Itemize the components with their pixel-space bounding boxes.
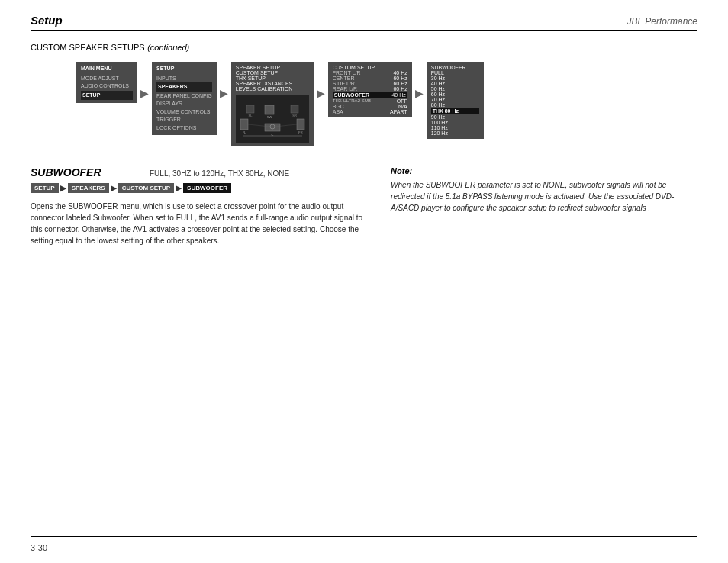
sub-freq-full: FULL	[431, 70, 479, 76]
svg-rect-1	[240, 119, 248, 130]
menu-sub-title: SUBWOOFER	[431, 65, 479, 70]
left-content: SUBWOOFER FULL, 30HZ to 120Hz, THX 80Hz,…	[31, 166, 368, 246]
menu-subwoofer-freq: SUBWOOFER FULL 30 Hz 40 Hz 50 Hz 60 Hz 7…	[427, 62, 484, 139]
svg-rect-9	[246, 105, 254, 113]
sub-freq-110: 110 Hz	[431, 125, 479, 130]
breadcrumb-subwoofer[interactable]: SUBWOOFER	[183, 183, 231, 193]
arrow-2: ▶	[217, 87, 231, 99]
speaker-diagram: FL FR C SW SL SR	[236, 95, 309, 143]
sub-freq-70: 70 Hz	[431, 97, 479, 102]
svg-rect-3	[297, 119, 304, 130]
menu-speaker-item-2: THX SETUP	[236, 76, 309, 81]
breadcrumb: SETUP ▶ SPEAKERS ▶ CUSTOM SETUP ▶ SUBWOO…	[31, 183, 368, 193]
menu-diagram: MAIN MENU MODE ADJUST AUDIO CONTROLS SET…	[76, 62, 697, 146]
menu-speaker-title: SPEAKER SETUP	[236, 65, 309, 70]
sub-freq-50: 50 Hz	[431, 86, 479, 92]
header-brand: JBL Performance	[627, 16, 698, 27]
menu-speaker-item-3: SPEAKER DISTANCES	[236, 81, 309, 86]
menu-custom-title: CUSTOM SETUP	[333, 65, 407, 70]
section-title: CUSTOM SPEAKER SETUPS (continued)	[31, 41, 697, 53]
custom-item-3: SIDE L/R60 Hz	[333, 81, 407, 86]
sub-freq-thx80: THX 80 Hz	[431, 108, 479, 114]
custom-item-2: CENTER60 Hz	[333, 76, 407, 81]
note-title: Note:	[391, 166, 697, 175]
svg-text:FL: FL	[242, 130, 246, 134]
content-section: SUBWOOFER FULL, 30HZ to 120Hz, THX 80Hz,…	[31, 166, 697, 246]
menu-main-title: MAIN MENU	[81, 65, 133, 73]
sub-freq-30: 30 Hz	[431, 76, 479, 81]
breadcrumb-arrow-1: ▶	[60, 184, 66, 192]
arrow-3: ▶	[314, 87, 328, 99]
menu-setup-item-3: REAR PANEL CONFIG	[156, 92, 212, 101]
menu-main: MAIN MENU MODE ADJUST AUDIO CONTROLS SET…	[76, 62, 137, 103]
header-title: Setup	[31, 14, 63, 27]
menu-setup-item-2: SPEAKERS	[156, 82, 212, 92]
page-footer: 3-30	[31, 536, 697, 552]
menu-setup-title: SETUP	[156, 65, 212, 73]
menu-speaker-setup: SPEAKER SETUP CUSTOM SETUP THX SETUP SPE…	[231, 62, 314, 146]
svg-text:SL: SL	[248, 114, 253, 117]
breadcrumb-arrow-3: ▶	[176, 184, 182, 192]
custom-item-1: FRONT L/R40 Hz	[333, 70, 407, 76]
menu-setup-item-7: LOCK OPTIONS	[156, 124, 212, 133]
svg-text:SR: SR	[292, 114, 297, 117]
custom-item-8: ASAAPART	[333, 109, 407, 114]
menu-setup-item-4: DISPLAYS	[156, 100, 212, 108]
menu-setup-item-5: VOLUME CONTROLS	[156, 108, 212, 117]
custom-item-5-active: SUBWOOFER40 Hz	[333, 92, 407, 98]
page-number: 3-30	[31, 543, 47, 552]
svg-rect-5	[265, 124, 280, 131]
menu-main-item-2: AUDIO CONTROLS	[81, 82, 133, 91]
menu-custom-setup: CUSTOM SETUP FRONT L/R40 Hz CENTER60 Hz …	[328, 62, 412, 117]
menu-setup: SETUP INPUTS SPEAKERS REAR PANEL CONFIG …	[152, 62, 217, 135]
right-content: Note: When the SUBWOOFER parameter is se…	[391, 166, 697, 246]
arrow-1: ▶	[137, 87, 152, 99]
svg-rect-7	[265, 105, 274, 114]
subwoofer-options: FULL, 30HZ to 120Hz, THX 80Hz, NONE	[150, 169, 289, 178]
custom-item-4: REAR L/R60 Hz	[333, 86, 407, 92]
menu-setup-item-1: INPUTS	[156, 75, 212, 83]
sub-freq-90: 90 Hz	[431, 114, 479, 120]
sub-freq-100: 100 Hz	[431, 120, 479, 125]
svg-rect-11	[291, 105, 298, 113]
subwoofer-heading: SUBWOOFER	[31, 166, 137, 179]
custom-item-6: THX ULTRA2 SUBOFF	[333, 98, 407, 104]
breadcrumb-setup[interactable]: SETUP	[31, 183, 59, 193]
note-text: When the SUBWOOFER parameter is set to N…	[391, 179, 697, 214]
menu-setup-item-6: TRIGGER	[156, 116, 212, 124]
breadcrumb-speakers[interactable]: SPEAKERS	[68, 183, 109, 193]
menu-speaker-item-4: LEVELS CALIBRATION	[236, 86, 309, 92]
sub-freq-40: 40 Hz	[431, 81, 479, 86]
menu-main-item-1: MODE ADJUST	[81, 75, 133, 83]
svg-text:FR: FR	[298, 130, 302, 134]
subwoofer-header-row: SUBWOOFER FULL, 30HZ to 120Hz, THX 80Hz,…	[31, 166, 368, 179]
arrow-4: ▶	[412, 87, 427, 99]
menu-speaker-item-1: CUSTOM SETUP	[236, 70, 309, 76]
page: Setup JBL Performance CUSTOM SPEAKER SET…	[0, 0, 728, 563]
sub-freq-120: 120 Hz	[431, 130, 479, 136]
menu-main-item-3: SETUP	[81, 91, 133, 101]
breadcrumb-custom-setup[interactable]: CUSTOM SETUP	[118, 183, 174, 193]
svg-text:SW: SW	[267, 115, 272, 119]
sub-freq-60: 60 Hz	[431, 92, 479, 97]
breadcrumb-arrow-2: ▶	[111, 184, 117, 192]
body-text: Opens the SUBWOOFER menu, which is use t…	[31, 201, 368, 246]
page-header: Setup JBL Performance	[31, 14, 697, 31]
sub-freq-80: 80 Hz	[431, 102, 479, 108]
custom-item-7: BGCN/A	[333, 104, 407, 109]
svg-text:C: C	[271, 133, 273, 137]
